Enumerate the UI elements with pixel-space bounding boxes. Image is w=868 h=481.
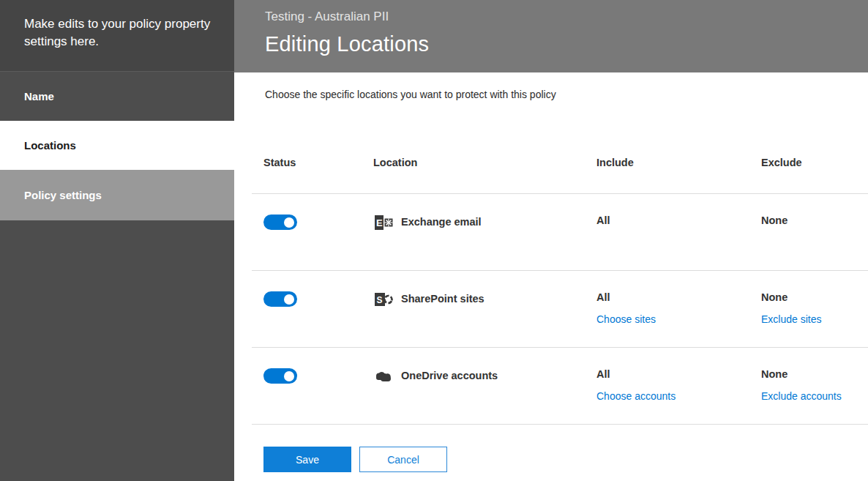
svg-text:S: S (377, 294, 383, 305)
choose-sites-link[interactable]: Choose sites (596, 313, 656, 325)
save-button[interactable]: Save (263, 447, 351, 472)
column-header-exclude: Exclude (761, 144, 868, 193)
sharepoint-status-toggle[interactable] (263, 291, 297, 307)
location-label: Exchange email (401, 216, 482, 228)
sharepoint-icon: S (373, 289, 393, 309)
sidebar-item-locations[interactable]: Locations (0, 121, 234, 170)
policy-name: Testing - Australian PII (265, 0, 868, 24)
table-header-row: Status Location Include Exclude (252, 144, 868, 194)
sidebar-item-name-label: Name (24, 90, 54, 102)
toggle-knob (284, 371, 294, 381)
main-panel: Testing - Australian PII Editing Locatio… (234, 0, 868, 481)
main-header: Testing - Australian PII Editing Locatio… (234, 0, 868, 72)
include-value: All (596, 215, 761, 226)
sidebar-item-policy-settings[interactable]: Policy settings (0, 170, 234, 220)
onedrive-status-toggle[interactable] (263, 368, 297, 384)
location-label: OneDrive accounts (401, 370, 498, 381)
table-row-sharepoint: S SharePoint sites All Choose sites None… (252, 271, 868, 348)
svg-text:E: E (376, 217, 383, 228)
sidebar-intro-text: Make edits to your policy property setti… (0, 0, 234, 72)
sidebar-item-policy-settings-label: Policy settings (24, 189, 102, 201)
sidebar: Make edits to your policy property setti… (0, 0, 234, 481)
column-header-status: Status (252, 144, 373, 193)
content-body: Choose the specific locations you want t… (234, 89, 868, 472)
include-value: All (596, 368, 761, 380)
table-row-onedrive: OneDrive accounts All Choose accounts No… (252, 348, 868, 425)
choose-accounts-link[interactable]: Choose accounts (596, 390, 676, 402)
onedrive-icon (373, 366, 393, 386)
exchange-status-toggle[interactable] (263, 215, 297, 230)
table-row-exchange: E Exchange email All None (252, 194, 868, 271)
toggle-knob (284, 294, 294, 305)
cancel-button[interactable]: Cancel (359, 447, 447, 472)
exclude-accounts-link[interactable]: Exclude accounts (761, 390, 842, 402)
column-header-location: Location (373, 144, 596, 193)
sidebar-item-name[interactable]: Name (0, 72, 234, 121)
include-value: All (596, 291, 761, 303)
location-label: SharePoint sites (401, 293, 484, 305)
exclude-value: None (761, 368, 868, 380)
exchange-icon: E (373, 212, 393, 232)
button-row: Save Cancel (263, 447, 868, 472)
exclude-value: None (761, 215, 868, 226)
exclude-sites-link[interactable]: Exclude sites (761, 313, 821, 325)
exclude-value: None (761, 291, 868, 303)
locations-table: Status Location Include Exclude E (252, 144, 868, 425)
sidebar-item-locations-label: Locations (24, 139, 76, 152)
page-title: Editing Locations (265, 32, 868, 56)
toggle-knob (284, 217, 294, 228)
page-description: Choose the specific locations you want t… (265, 89, 868, 100)
column-header-include: Include (596, 144, 761, 193)
